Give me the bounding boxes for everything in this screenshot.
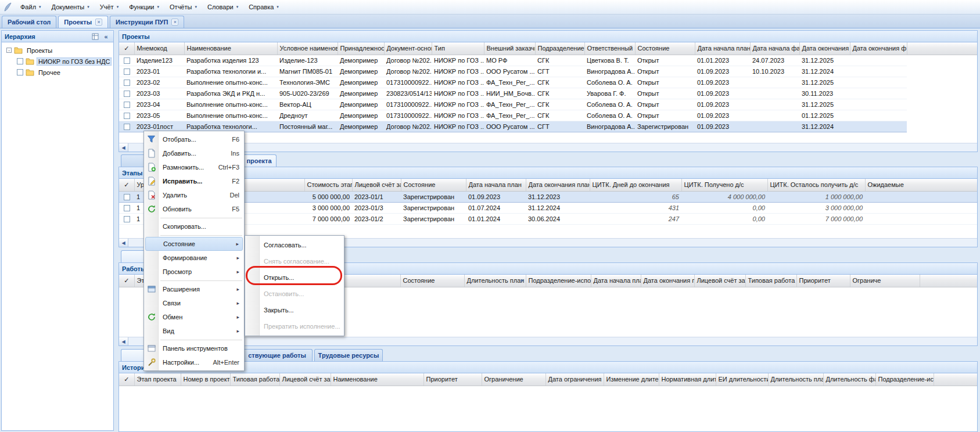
grid-cell[interactable]: Демопример (338, 99, 384, 110)
column-header[interactable]: Длительность фак (823, 373, 875, 386)
column-header[interactable]: Подразделение-ис (875, 373, 934, 386)
sub-tab[interactable]: ствующие работы (242, 349, 313, 361)
row-checkbox-cell[interactable] (119, 121, 134, 132)
menubar-item[interactable]: Файл▾ (15, 2, 46, 12)
select-all-header[interactable]: ✓ (119, 373, 134, 386)
row-checkbox[interactable] (124, 205, 130, 211)
grid-cell[interactable]: 7 000 000,00 (304, 213, 352, 224)
grid-cell[interactable]: ФА_Техн_Рег_... (484, 110, 535, 121)
column-header[interactable]: Дата начала факт (750, 42, 799, 55)
grid-cell[interactable]: 905-U020-23/269 (277, 88, 338, 99)
grid-cell[interactable]: 230823/0514/136 (384, 88, 432, 99)
grid-cell[interactable]: 01.09.2023 (466, 191, 526, 202)
submenu-item[interactable]: Открыть... (246, 269, 343, 286)
context-menu-item[interactable]: Расширения▸ (145, 282, 243, 296)
grid-cell[interactable]: Демопример (338, 66, 384, 77)
grid-cell[interactable]: НИИ_НМ_Бочв... (484, 88, 535, 99)
grid-cell[interactable]: НИОКР по ГОЗ ... (432, 99, 484, 110)
row-checkbox[interactable] (124, 80, 130, 86)
column-header[interactable]: Документ-основан (384, 42, 432, 55)
row-checkbox[interactable] (124, 57, 130, 64)
grid-cell[interactable] (750, 121, 799, 132)
grid-cell[interactable]: 31.12.2024 (526, 202, 590, 213)
context-menu-item[interactable]: Связи▸ (145, 296, 243, 310)
grid-cell[interactable]: 01.09.2023 (695, 88, 750, 99)
column-header[interactable]: Приоритет (796, 275, 850, 287)
grid-cell[interactable]: 31.12.2025 (799, 99, 850, 110)
row-checkbox-cell[interactable] (119, 191, 134, 202)
grid-cell[interactable]: Разработка ЭКД и РКД н... (184, 88, 277, 99)
column-header[interactable]: Подразделение-исполнитель.. (526, 275, 591, 287)
table-row[interactable]: Изделие123Разработка изделия 123Изделие-… (119, 55, 907, 66)
grid-cell[interactable]: Открыт (635, 110, 695, 121)
column-header[interactable]: Длительность пла (768, 373, 823, 386)
row-checkbox-cell[interactable] (119, 213, 134, 224)
column-header[interactable]: Дата окончания ф (850, 42, 907, 55)
context-menu-item[interactable]: Просмотр▸ (145, 265, 243, 279)
grid-cell[interactable] (750, 77, 799, 88)
column-header[interactable]: Нормативная длит (659, 373, 716, 386)
grid-cell[interactable]: НИОКР по ГОЗ ... (432, 55, 484, 66)
grid-cell[interactable]: НИОКР по ГОЗ ... (432, 88, 484, 99)
grid-cell[interactable]: Магнит ПМ085-01 (277, 66, 338, 77)
grid-cell[interactable]: Демопример (338, 77, 384, 88)
row-checkbox-cell[interactable] (119, 66, 134, 77)
grid-cell[interactable]: 247 (590, 213, 681, 224)
row-checkbox[interactable] (124, 216, 130, 222)
grid-cell[interactable]: 01.01.2023 (695, 55, 750, 66)
grid-cell[interactable]: Соболева О. А. (584, 99, 635, 110)
column-header[interactable]: Состояние (400, 275, 464, 287)
grid-cell[interactable]: 2023-01/3 (352, 202, 401, 213)
collapse-panel-button[interactable]: « (102, 32, 110, 41)
hierarchy-locate-icon[interactable] (91, 32, 99, 41)
grid-cell[interactable]: Изделие-123 (277, 55, 338, 66)
grid-cell[interactable]: Открыт (635, 88, 695, 99)
column-header[interactable]: Дата начала план. (695, 42, 750, 55)
row-checkbox-cell[interactable] (119, 202, 134, 213)
grid-cell[interactable]: 31.12.2025 (799, 55, 850, 66)
column-header[interactable]: Дата окончания план (526, 179, 590, 191)
grid-cell[interactable]: Выполнение опытно-конс... (184, 99, 277, 110)
grid-cell[interactable] (850, 110, 907, 121)
grid-cell[interactable] (750, 110, 799, 121)
tree-node[interactable]: Прочее (3, 67, 112, 78)
grid-cell[interactable] (865, 202, 977, 213)
grid-cell[interactable]: СГК (535, 77, 584, 88)
menubar-item[interactable]: Документы▾ (46, 2, 95, 12)
column-header[interactable]: ЦИТК. Дней до окончания (590, 179, 681, 191)
column-header[interactable]: Состояние (635, 42, 695, 55)
row-checkbox[interactable] (124, 91, 130, 97)
grid-cell[interactable]: 31.12.2023 (526, 191, 590, 202)
context-menu-item[interactable]: Вид▸ (145, 324, 243, 338)
column-header[interactable]: Стоимость этапа (304, 179, 352, 191)
grid-cell[interactable]: ООО Русатом ... (484, 121, 535, 132)
grid-cell[interactable]: Соболева О. А. (584, 77, 635, 88)
grid-cell[interactable]: 10.10.2023 (750, 66, 799, 77)
submenu-item[interactable]: Согласовать... (246, 237, 343, 253)
column-header[interactable]: Подразделение-от (535, 42, 584, 55)
submenu-item[interactable]: Закрыть... (246, 302, 343, 318)
grid-cell[interactable]: 30.06.2024 (526, 213, 590, 224)
grid-cell[interactable]: Открыт (635, 55, 695, 66)
grid-cell[interactable]: Выполнение опытно-конс... (184, 110, 277, 121)
grid-cell[interactable]: 01.09.2023 (695, 121, 750, 132)
column-header[interactable]: Длительность план▼ (464, 275, 526, 287)
row-checkbox[interactable] (124, 124, 130, 130)
grid-cell[interactable]: 2023-04 (134, 99, 184, 110)
column-header[interactable]: Ограниче (850, 275, 920, 287)
column-header[interactable]: Приоритет (423, 373, 482, 386)
grid-cell[interactable]: 5 000 000,00 (304, 191, 352, 202)
grid-cell[interactable]: Открыт (635, 99, 695, 110)
grid-cell[interactable]: Зарегистрирован (401, 202, 466, 213)
row-checkbox-cell[interactable] (119, 77, 134, 88)
table-row[interactable]: 1изведенной опыт...7 000 000,002023-01/2… (119, 213, 977, 224)
grid-cell[interactable]: СГТ (535, 121, 584, 132)
grid-cell[interactable]: 01.12.2025 (799, 110, 850, 121)
column-header[interactable]: Номер в проекте (181, 373, 230, 386)
row-checkbox[interactable] (124, 69, 130, 75)
main-tab[interactable]: Инструкции ПУП× (110, 16, 184, 28)
grid-cell[interactable]: 2023-05 (134, 110, 184, 121)
tree-checkbox[interactable] (17, 58, 23, 64)
grid-cell[interactable] (850, 99, 907, 110)
grid-cell[interactable]: Цветкова В. Т. (584, 55, 635, 66)
